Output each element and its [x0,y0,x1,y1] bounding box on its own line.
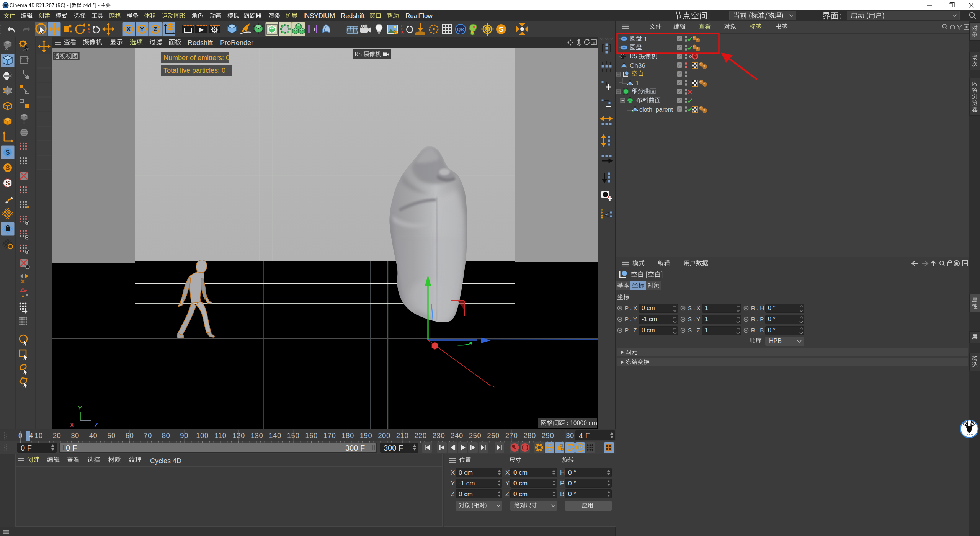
svg-text:QR: QR [457,27,464,32]
svg-text:a: a [692,109,694,114]
svg-text:X: X [127,26,131,32]
svg-text:P: P [578,445,582,451]
svg-text:X: X [70,422,74,429]
svg-text:Y: Y [78,405,82,412]
svg-text:S: S [499,25,504,33]
svg-text:R: R [88,30,90,34]
svg-text:Y: Y [140,26,144,32]
svg-text:S: S [6,149,10,156]
svg-text:a: a [632,109,634,113]
svg-text:Z: Z [94,422,98,429]
svg-text:Z: Z [154,26,157,32]
svg-text:R: R [601,216,604,220]
svg-text:S: S [6,165,10,171]
svg-text:R: R [401,31,404,34]
svg-text:S: S [6,180,10,186]
